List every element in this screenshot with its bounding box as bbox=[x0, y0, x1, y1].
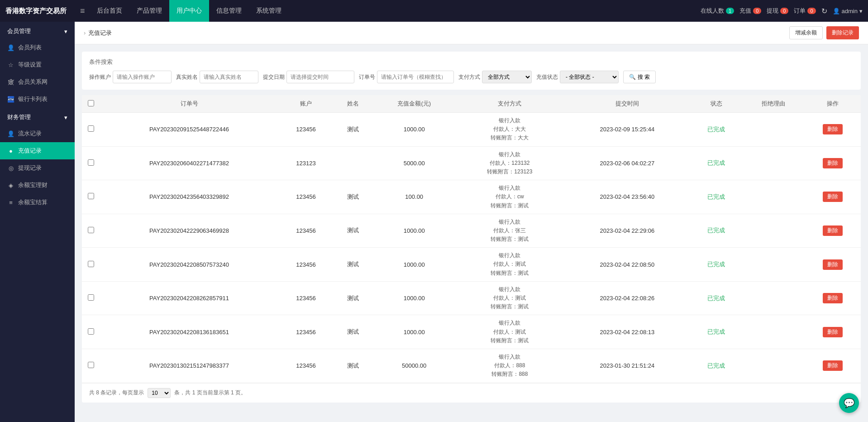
sidebar-item-member-list[interactable]: 👤 会员列表 bbox=[0, 39, 75, 56]
sidebar-item-bank-cards[interactable]: 🏧 银行卡列表 bbox=[0, 91, 75, 108]
delete-row-button[interactable]: 删除 bbox=[823, 293, 843, 303]
sidebar-item-yuebao[interactable]: ◈ 余额宝理财 bbox=[0, 177, 75, 194]
row-account: 123456 bbox=[278, 315, 334, 349]
delete-row-button[interactable]: 删除 bbox=[823, 158, 843, 168]
row-payment: 银行入款付款人：测试转账附言：测试 bbox=[456, 248, 563, 282]
row-checkbox[interactable] bbox=[88, 328, 94, 335]
search-field-status: 充值状态 - 全部状态 - bbox=[536, 71, 619, 83]
row-payment: 银行入款付款人：cw转账附言：测试 bbox=[456, 180, 563, 214]
row-amount: 1000.00 bbox=[372, 281, 456, 315]
row-checkbox[interactable] bbox=[88, 261, 94, 267]
row-amount: 1000.00 bbox=[372, 113, 456, 147]
row-submit-time: 2023-02-04 22:08:13 bbox=[564, 315, 691, 349]
search-input-order[interactable] bbox=[377, 71, 454, 83]
sidebar-item-flow[interactable]: 👤 流水记录 bbox=[0, 125, 75, 142]
delete-row-button[interactable]: 删除 bbox=[823, 259, 843, 270]
row-name: 测试 bbox=[334, 281, 372, 315]
increase-balance-button[interactable]: 增减余额 bbox=[789, 26, 823, 39]
nav-item-system[interactable]: 系统管理 bbox=[249, 0, 289, 22]
search-label-payment: 支付方式 bbox=[458, 73, 480, 81]
search-button[interactable]: 🔍 搜 索 bbox=[623, 71, 656, 83]
row-status: 已完成 bbox=[691, 146, 742, 180]
stat-withdraw[interactable]: 提现 0 bbox=[767, 7, 788, 15]
row-account: 123456 bbox=[278, 180, 334, 214]
row-status: 已完成 bbox=[691, 113, 742, 147]
table-row: PAY202302042208262857911 123456 测试 1000.… bbox=[82, 281, 861, 315]
search-input-name[interactable] bbox=[200, 71, 258, 83]
row-checkbox-cell bbox=[82, 281, 100, 315]
row-amount: 50000.00 bbox=[372, 349, 456, 383]
menu-toggle-icon[interactable]: ≡ bbox=[76, 6, 90, 16]
th-submit-time: 提交时间 bbox=[564, 95, 691, 113]
row-action: 删除 bbox=[805, 146, 861, 180]
row-payment: 银行入款付款人：123132转账附言：123123 bbox=[456, 146, 563, 180]
star-icon: ☆ bbox=[7, 62, 14, 68]
table-row: PAY202302042208136183651 123456 测试 1000.… bbox=[82, 315, 861, 349]
chat-bubble[interactable]: 💬 bbox=[839, 393, 859, 413]
row-checkbox-cell bbox=[82, 214, 100, 248]
delete-row-button[interactable]: 删除 bbox=[823, 360, 843, 371]
stat-order[interactable]: 订单 0 bbox=[794, 7, 816, 15]
row-amount: 1000.00 bbox=[372, 248, 456, 282]
content-area: 条件搜索 操作账户 真实姓名 提交日期 订单号 bbox=[75, 44, 868, 422]
delete-row-button[interactable]: 删除 bbox=[823, 192, 843, 202]
row-amount: 5000.00 bbox=[372, 146, 456, 180]
delete-row-button[interactable]: 删除 bbox=[823, 225, 843, 236]
main-nav: 后台首页 产品管理 用户中心 信息管理 系统管理 bbox=[90, 0, 701, 22]
breadcrumb: › 充值记录 增减余额 删除记录 bbox=[75, 22, 868, 44]
row-checkbox-cell bbox=[82, 180, 100, 214]
th-order-no: 订单号 bbox=[100, 95, 278, 113]
sidebar-item-withdraw[interactable]: ◎ 提现记录 bbox=[0, 159, 75, 177]
sidebar-item-network[interactable]: 🕸 会员关系网 bbox=[0, 73, 75, 91]
row-checkbox[interactable] bbox=[88, 294, 94, 301]
delete-row-button[interactable]: 删除 bbox=[823, 124, 843, 134]
search-select-payment[interactable]: 全部方式 bbox=[482, 71, 532, 83]
search-title: 条件搜索 bbox=[89, 58, 854, 66]
row-payment: 银行入款付款人：张三转账附言：测试 bbox=[456, 214, 563, 248]
search-select-status[interactable]: - 全部状态 - bbox=[560, 71, 619, 83]
nav-item-dashboard[interactable]: 后台首页 bbox=[90, 0, 129, 22]
row-status: 已完成 bbox=[691, 349, 742, 383]
row-checkbox-cell bbox=[82, 315, 100, 349]
nav-item-users[interactable]: 用户中心 bbox=[169, 0, 209, 22]
row-payment: 银行入款付款人：测试转账附言：测试 bbox=[456, 281, 563, 315]
delete-row-button[interactable]: 删除 bbox=[823, 327, 843, 337]
search-panel: 条件搜索 操作账户 真实姓名 提交日期 订单号 bbox=[82, 52, 861, 90]
th-name: 姓名 bbox=[334, 95, 372, 113]
row-status: 已完成 bbox=[691, 281, 742, 315]
th-action: 操作 bbox=[805, 95, 861, 113]
nav-item-products[interactable]: 产品管理 bbox=[129, 0, 169, 22]
row-status: 已完成 bbox=[691, 315, 742, 349]
row-account: 123123 bbox=[278, 146, 334, 180]
row-checkbox[interactable] bbox=[88, 227, 94, 233]
user-icon: 👤 bbox=[7, 44, 14, 51]
admin-info[interactable]: 👤 admin ▾ bbox=[833, 8, 863, 14]
row-checkbox[interactable] bbox=[88, 193, 94, 199]
search-input-account[interactable] bbox=[113, 71, 172, 83]
delete-records-button[interactable]: 删除记录 bbox=[826, 26, 859, 39]
row-submit-time: 2023-02-06 04:02:27 bbox=[564, 146, 691, 180]
stat-recharge[interactable]: 充值 0 bbox=[739, 7, 761, 15]
row-checkbox[interactable] bbox=[88, 125, 94, 132]
row-name bbox=[334, 146, 372, 180]
refresh-icon[interactable]: ↻ bbox=[821, 7, 827, 15]
sidebar-group-finance[interactable]: 财务管理 ▾ bbox=[0, 108, 75, 125]
search-input-date[interactable] bbox=[286, 71, 354, 83]
bank-icon: 🏧 bbox=[7, 96, 14, 103]
select-all-checkbox[interactable] bbox=[88, 100, 94, 106]
settle-icon: ≡ bbox=[7, 199, 14, 206]
row-status: 已完成 bbox=[691, 248, 742, 282]
nav-item-info[interactable]: 信息管理 bbox=[209, 0, 249, 22]
row-checkbox[interactable] bbox=[88, 159, 94, 166]
sidebar-group-members[interactable]: 会员管理 ▾ bbox=[0, 22, 75, 39]
search-field-date: 提交日期 bbox=[263, 71, 354, 83]
row-payment: 银行入款付款人：888转账附言：888 bbox=[456, 349, 563, 383]
row-order-no: PAY202302060402271477382 bbox=[100, 146, 278, 180]
main-content: › 充值记录 增减余额 删除记录 条件搜索 操作账户 真实姓名 bbox=[75, 22, 868, 422]
sidebar-item-yuebao-settle[interactable]: ≡ 余额宝结算 bbox=[0, 194, 75, 211]
sidebar-item-level[interactable]: ☆ 等级设置 bbox=[0, 56, 75, 73]
sidebar-item-recharge[interactable]: ● 充值记录 bbox=[0, 142, 75, 159]
search-field-payment: 支付方式 全部方式 bbox=[458, 71, 532, 83]
row-checkbox[interactable] bbox=[88, 362, 94, 368]
per-page-select[interactable]: 102050100 bbox=[148, 388, 171, 398]
